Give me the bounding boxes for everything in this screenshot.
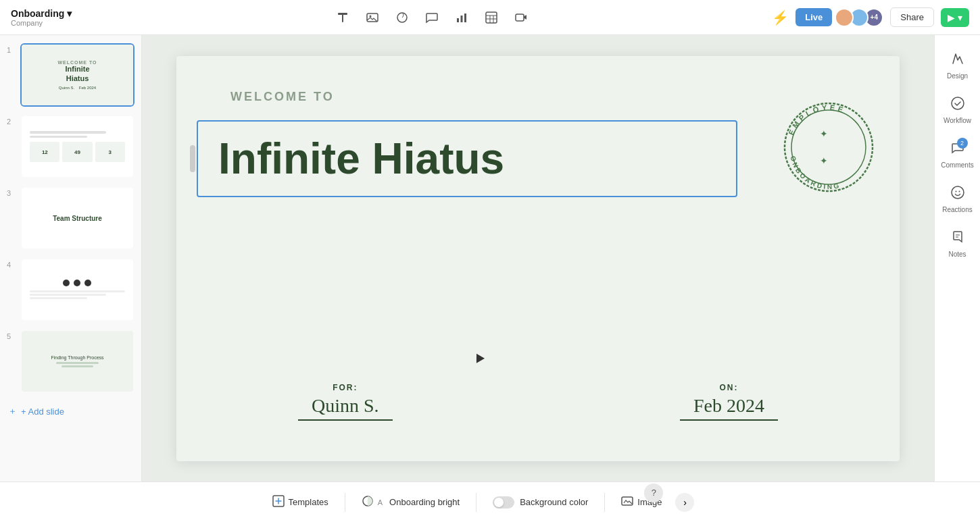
svg-rect-6 bbox=[461, 16, 463, 22]
right-panel-reactions[interactable]: Reactions bbox=[937, 180, 978, 219]
bg-color-control[interactable]: Background color bbox=[483, 491, 597, 514]
templates-button[interactable]: Templates bbox=[263, 490, 338, 515]
right-panel: Design Workflow 2 Comments Reactions bbox=[934, 35, 980, 481]
image-icon bbox=[621, 495, 633, 510]
toggle-knob bbox=[494, 498, 504, 507]
slide-number-3: 3 bbox=[7, 186, 16, 197]
svg-point-3 bbox=[370, 15, 372, 17]
slide-number-2: 2 bbox=[7, 115, 16, 126]
slide-item-4[interactable]: 4 bbox=[5, 257, 136, 323]
templates-icon bbox=[272, 495, 285, 510]
separator-2 bbox=[476, 493, 476, 512]
presentation-title[interactable]: Onboarding ▾ bbox=[11, 8, 92, 19]
svg-rect-13 bbox=[516, 14, 524, 21]
headline-textbox[interactable]: Infinite Hiatus bbox=[197, 120, 737, 197]
svg-rect-8 bbox=[486, 12, 497, 23]
title-dropdown-icon[interactable]: ▾ bbox=[67, 8, 72, 19]
collaborator-avatars: +4 bbox=[839, 8, 883, 27]
separator-3 bbox=[604, 493, 605, 512]
slide-thumb-5: Finding Through Process bbox=[20, 330, 134, 393]
slide-number-1: 1 bbox=[7, 43, 16, 54]
on-label: ON: bbox=[680, 383, 778, 392]
theme-label: Onboarding bright bbox=[389, 497, 460, 507]
right-panel-workflow[interactable]: Workflow bbox=[937, 90, 978, 130]
main-area: 1 WELCOME TO InfiniteHiatus Quinn S. Feb… bbox=[0, 35, 980, 481]
svg-text:✦: ✦ bbox=[820, 128, 828, 139]
right-panel-comments[interactable]: 2 Comments bbox=[937, 135, 978, 174]
slide-thumb-4 bbox=[20, 258, 134, 321]
design-icon bbox=[950, 51, 965, 70]
comments-label: Comments bbox=[941, 161, 973, 169]
top-bar: Onboarding ▾ Company ⚡ Live bbox=[0, 0, 980, 35]
notes-icon bbox=[950, 230, 965, 248]
video-tool-button[interactable] bbox=[509, 5, 533, 30]
stamp-graphic: EMPLOYEE ONBOARDING ✦ ✦ bbox=[778, 97, 879, 198]
right-panel-notes[interactable]: Notes bbox=[937, 224, 978, 263]
presentation-subtitle: Company bbox=[11, 19, 92, 27]
workflow-icon bbox=[950, 96, 965, 114]
shape-tool-button[interactable] bbox=[390, 5, 414, 30]
theme-icon bbox=[362, 495, 374, 510]
slide-thumb-2: 12 49 3 bbox=[20, 115, 134, 178]
avatar-1 bbox=[835, 8, 854, 27]
svg-text:EMPLOYEE: EMPLOYEE bbox=[787, 103, 847, 136]
theme-button[interactable]: A Onboarding bright bbox=[352, 490, 469, 515]
right-panel-design[interactable]: Design bbox=[937, 46, 978, 85]
svg-point-23 bbox=[958, 191, 960, 192]
templates-label: Templates bbox=[289, 497, 328, 507]
svg-rect-28 bbox=[622, 497, 633, 505]
image-tool-button[interactable] bbox=[360, 5, 385, 30]
add-slide-button[interactable]: ＋ + Add slide bbox=[5, 400, 136, 423]
slide-item-5[interactable]: 5 Finding Through Process bbox=[5, 328, 136, 394]
svg-rect-1 bbox=[342, 14, 343, 22]
add-slide-label: + Add slide bbox=[21, 407, 64, 417]
canvas-area: Headline ▾ 80 ▾ ≡ B I › WELCOME TO Infin… bbox=[142, 35, 934, 481]
on-section: ON: Feb 2024 bbox=[680, 383, 778, 421]
presentation-info: Onboarding ▾ Company bbox=[11, 8, 92, 27]
slide-item-3[interactable]: 3 Team Structure bbox=[5, 185, 136, 251]
slide-panel: 1 WELCOME TO InfiniteHiatus Quinn S. Feb… bbox=[0, 35, 142, 481]
cursor bbox=[474, 353, 483, 361]
table-tool-button[interactable] bbox=[479, 5, 504, 30]
resize-handle[interactable] bbox=[190, 145, 195, 172]
text-tool-button[interactable] bbox=[330, 5, 355, 30]
slide-item-1[interactable]: 1 WELCOME TO InfiniteHiatus Quinn S. Feb… bbox=[5, 42, 136, 108]
for-section: FOR: Quinn S. bbox=[298, 383, 393, 421]
toolbar-center bbox=[97, 5, 766, 30]
bg-color-toggle[interactable] bbox=[493, 496, 514, 508]
separator-1 bbox=[345, 493, 345, 512]
comment-tool-button[interactable] bbox=[420, 5, 444, 30]
for-label: FOR: bbox=[298, 383, 393, 392]
svg-point-22 bbox=[955, 191, 956, 192]
slide-item-2[interactable]: 2 12 49 3 bbox=[5, 113, 136, 180]
more-icon: › bbox=[683, 497, 687, 508]
for-name: Quinn S. bbox=[298, 395, 393, 421]
bg-color-label: Background color bbox=[520, 497, 588, 507]
svg-point-20 bbox=[952, 97, 964, 109]
slide-number-4: 4 bbox=[7, 258, 16, 269]
more-options-button[interactable]: › bbox=[675, 493, 694, 512]
svg-point-21 bbox=[952, 186, 964, 199]
svg-text:✦: ✦ bbox=[820, 155, 828, 166]
live-button[interactable]: Live bbox=[795, 8, 832, 26]
svg-text:ONBOARDING: ONBOARDING bbox=[789, 155, 842, 190]
svg-rect-5 bbox=[457, 18, 459, 22]
reactions-icon bbox=[950, 185, 965, 203]
add-icon: ＋ bbox=[8, 405, 17, 417]
headline-text: Infinite Hiatus bbox=[218, 135, 716, 182]
comments-icon-wrapper: 2 bbox=[950, 140, 965, 159]
comments-badge: 2 bbox=[957, 138, 968, 149]
title-text: Onboarding bbox=[11, 8, 64, 19]
play-chevron-icon: ▾ bbox=[958, 12, 962, 23]
flash-button[interactable]: ⚡ bbox=[772, 9, 789, 26]
chart-tool-button[interactable] bbox=[449, 5, 474, 30]
workflow-label: Workflow bbox=[944, 117, 971, 124]
toolbar-right: ⚡ Live +4 Share ▶ ▾ bbox=[772, 7, 969, 27]
share-button[interactable]: Share bbox=[890, 7, 934, 27]
on-date: Feb 2024 bbox=[680, 395, 778, 421]
play-button[interactable]: ▶ ▾ bbox=[941, 8, 969, 27]
slide-thumb-3: Team Structure bbox=[20, 186, 134, 250]
bottom-bar: Templates A Onboarding bright Background… bbox=[0, 481, 980, 522]
notes-label: Notes bbox=[948, 251, 966, 258]
help-button[interactable]: ? bbox=[644, 484, 663, 502]
